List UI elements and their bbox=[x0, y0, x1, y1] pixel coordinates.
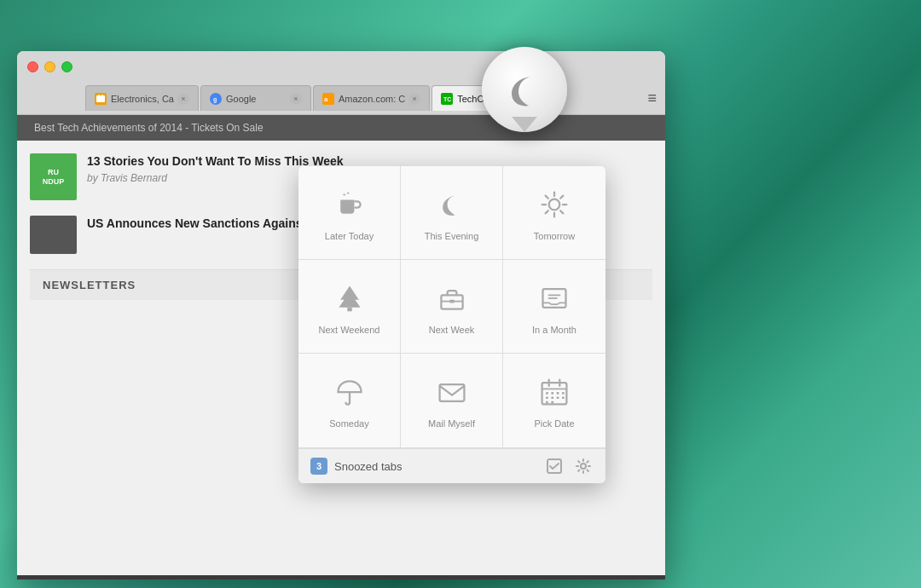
gear-icon bbox=[575, 458, 592, 475]
svg-text:TC: TC bbox=[443, 96, 451, 102]
svg-rect-38 bbox=[546, 401, 548, 404]
svg-line-13 bbox=[560, 195, 563, 198]
svg-rect-39 bbox=[551, 401, 553, 404]
snooze-next-weekend[interactable]: Next Weekend bbox=[298, 260, 401, 354]
svg-rect-31 bbox=[551, 392, 553, 395]
in-a-month-label: In a Month bbox=[532, 325, 576, 335]
svg-rect-0 bbox=[96, 95, 105, 102]
svg-line-14 bbox=[546, 210, 548, 213]
tab-favicon-amazon: a bbox=[322, 93, 334, 105]
snooze-in-a-month[interactable]: In a Month bbox=[503, 260, 605, 354]
news-title-2[interactable]: US Announces New Sanctions Against N. bbox=[87, 216, 321, 231]
settings-gear-button[interactable] bbox=[573, 456, 594, 476]
mail-icon bbox=[437, 377, 467, 412]
svg-rect-25 bbox=[439, 384, 464, 401]
tabs-row: Electronics, Ca × g Google × a Amazon.co… bbox=[17, 78, 665, 111]
content-header-text: Best Tech Achievements of 2014 - Tickets… bbox=[34, 122, 264, 134]
tab-close-electronics[interactable]: × bbox=[177, 93, 189, 105]
svg-rect-32 bbox=[557, 392, 559, 395]
tab-electronics[interactable]: Electronics, Ca × bbox=[85, 85, 199, 111]
svg-rect-35 bbox=[551, 396, 553, 399]
umbrella-icon bbox=[334, 377, 365, 412]
sun-icon bbox=[539, 189, 570, 224]
tab-google[interactable]: g Google × bbox=[200, 85, 311, 111]
svg-line-11 bbox=[546, 195, 548, 198]
moon-crescent-icon bbox=[503, 68, 546, 111]
snooze-grid: Later Today This Evening bbox=[298, 166, 605, 448]
briefcase-icon bbox=[437, 283, 467, 318]
svg-rect-20 bbox=[449, 299, 454, 303]
tab-favicon-google: g bbox=[210, 93, 222, 105]
later-today-label: Later Today bbox=[325, 231, 374, 241]
coffee-cup-icon bbox=[334, 189, 365, 224]
news-thumb-1: RUNDUP bbox=[30, 153, 77, 200]
snoozed-check-button[interactable] bbox=[544, 456, 565, 476]
fullscreen-window-button[interactable] bbox=[61, 61, 72, 72]
svg-line-12 bbox=[560, 210, 563, 213]
extension-icon[interactable] bbox=[482, 47, 567, 132]
tab-favicon-electronics bbox=[95, 93, 107, 105]
tab-label-electronics: Electronics, Ca bbox=[111, 94, 174, 104]
newsletters-label: NEWSLETTERS bbox=[43, 279, 136, 291]
svg-rect-17 bbox=[347, 307, 351, 311]
news-thumb-label-1: RUNDUP bbox=[43, 168, 65, 187]
news-text-2: US Announces New Sanctions Against N. bbox=[87, 216, 321, 234]
snooze-later-today[interactable]: Later Today bbox=[298, 166, 401, 260]
svg-rect-37 bbox=[562, 396, 565, 399]
snooze-popup: Later Today This Evening bbox=[298, 166, 605, 483]
tab-label-google: Google bbox=[226, 94, 287, 104]
svg-text:a: a bbox=[324, 95, 328, 103]
browser-chrome: Electronics, Ca × g Google × a Amazon.co… bbox=[17, 51, 665, 115]
extension-icon-inner bbox=[482, 47, 567, 132]
snooze-mail-myself[interactable]: Mail Myself bbox=[401, 354, 503, 447]
icon-notch bbox=[512, 117, 537, 132]
pick-date-label: Pick Date bbox=[534, 418, 574, 429]
news-thumb-2 bbox=[30, 216, 77, 254]
svg-rect-36 bbox=[557, 396, 559, 399]
snoozed-tabs-label: Snoozed tabs bbox=[334, 460, 544, 473]
svg-text:g: g bbox=[213, 96, 217, 103]
tab-close-amazon[interactable]: × bbox=[408, 93, 420, 105]
browser-menu-icon[interactable]: ≡ bbox=[647, 89, 657, 107]
moon-icon bbox=[437, 189, 467, 224]
snooze-footer: 3 Snoozed tabs bbox=[298, 448, 605, 483]
tab-label-amazon: Amazon.com: C bbox=[339, 94, 405, 104]
someday-label: Someday bbox=[329, 418, 368, 429]
content-header-bar: Best Tech Achievements of 2014 - Tickets… bbox=[17, 115, 665, 141]
close-window-button[interactable] bbox=[27, 61, 38, 72]
minimize-window-button[interactable] bbox=[44, 61, 55, 72]
svg-rect-34 bbox=[546, 396, 548, 399]
snooze-pick-date[interactable]: Pick Date bbox=[503, 354, 605, 447]
tree-icon bbox=[334, 283, 365, 318]
footer-icons bbox=[544, 456, 594, 476]
snoozed-count-badge: 3 bbox=[310, 458, 327, 475]
this-evening-label: This Evening bbox=[425, 231, 479, 241]
calendar-icon bbox=[539, 377, 570, 412]
tab-favicon-techcrunch: TC bbox=[441, 93, 453, 105]
tab-close-google[interactable]: × bbox=[290, 93, 302, 105]
tab-amazon[interactable]: a Amazon.com: C × bbox=[313, 85, 430, 111]
checkmark-icon bbox=[546, 458, 563, 475]
tomorrow-label: Tomorrow bbox=[534, 231, 575, 241]
next-weekend-label: Next Weekend bbox=[319, 325, 380, 335]
next-week-label: Next Week bbox=[429, 325, 475, 335]
mail-myself-label: Mail Myself bbox=[428, 418, 475, 429]
svg-point-6 bbox=[549, 199, 560, 210]
traffic-lights bbox=[27, 61, 72, 72]
snooze-this-evening[interactable]: This Evening bbox=[401, 166, 503, 260]
snooze-someday[interactable]: Someday bbox=[298, 354, 401, 447]
snooze-tomorrow[interactable]: Tomorrow bbox=[503, 166, 605, 260]
svg-point-41 bbox=[581, 464, 586, 469]
svg-rect-30 bbox=[546, 392, 548, 395]
svg-rect-33 bbox=[562, 392, 565, 395]
inbox-icon bbox=[539, 283, 570, 318]
snooze-next-week[interactable]: Next Week bbox=[401, 260, 503, 354]
